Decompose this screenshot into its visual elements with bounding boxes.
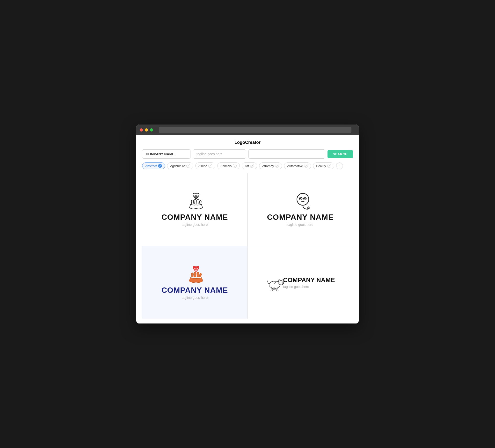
filter-check-agriculture: ✓ (186, 164, 190, 168)
filter-chip-attorney[interactable]: Attorney✓ (259, 162, 282, 169)
svg-point-3 (297, 193, 309, 205)
logo-grid: COMPANY NAME tagline goes here (142, 173, 353, 319)
tagline-input[interactable] (193, 149, 246, 159)
browser-window: LogoCreator SEARCH Abstract✓Agriculture✓… (136, 125, 359, 323)
stethoscope-icon (291, 193, 310, 209)
filter-chip-abstract[interactable]: Abstract✓ (142, 162, 165, 169)
filter-check-beauty: ✓ (327, 164, 331, 168)
filter-bar: Abstract✓Agriculture✓Airline✓Animals✓Art… (142, 162, 353, 169)
filter-label-art: Art (245, 164, 249, 168)
minimize-button[interactable] (145, 128, 148, 131)
extra-search-input[interactable] (248, 149, 325, 159)
filter-check-automotive: ✓ (304, 164, 308, 168)
app-title: LogoCreator (142, 140, 353, 145)
svg-point-6 (300, 198, 302, 199)
svg-line-23 (278, 288, 278, 291)
filter-check-animals: ✓ (233, 164, 237, 168)
svg-point-7 (304, 198, 305, 199)
search-button[interactable]: SEARCH (328, 150, 353, 158)
logo4-company: COMPANY NAME (283, 276, 335, 284)
filter-check-attorney: ✓ (275, 164, 279, 168)
logo-card-1[interactable]: COMPANY NAME tagline goes here (142, 173, 247, 246)
filter-label-attorney: Attorney (262, 164, 274, 168)
browser-titlebar (136, 125, 359, 135)
logo1-tagline: tagline goes here (182, 223, 208, 226)
logo3-tagline: tagline goes here (182, 296, 208, 300)
maximize-button[interactable] (150, 128, 153, 131)
filter-chip-airline[interactable]: Airline✓ (195, 162, 215, 169)
close-button[interactable] (140, 128, 143, 131)
svg-line-22 (276, 288, 276, 291)
svg-point-2 (195, 196, 197, 197)
logo-card-4[interactable]: COMPANY NAME tagline goes here (248, 246, 353, 319)
logo-card-3[interactable]: COMPANY NAME tagline goes here (142, 246, 247, 319)
logo-card-2[interactable]: COMPANY NAME tagline goes here (248, 173, 353, 246)
paw-heart-outline-icon (185, 193, 205, 209)
paw-heart-color-icon (185, 266, 205, 282)
filter-check-art: ✓ (250, 164, 254, 168)
logo1-company: COMPANY NAME (162, 213, 228, 222)
company-name-input[interactable] (142, 149, 191, 159)
svg-point-0 (194, 195, 195, 196)
filter-check-airline: ✓ (208, 164, 212, 168)
filter-chip-beauty[interactable]: Beauty✓ (313, 162, 334, 169)
app-content: LogoCreator SEARCH Abstract✓Agriculture✓… (136, 135, 359, 323)
filter-chip-agriculture[interactable]: Agriculture✓ (167, 162, 193, 169)
svg-point-13 (269, 281, 280, 288)
svg-point-19 (282, 283, 283, 284)
filter-chip-automotive[interactable]: Automotive✓ (284, 162, 311, 169)
filter-label-beauty: Beauty (316, 164, 326, 168)
svg-point-12 (195, 269, 197, 271)
svg-line-20 (271, 288, 271, 291)
svg-point-9 (308, 208, 309, 209)
filter-label-abstract: Abstract (145, 164, 157, 168)
filter-label-animals: Animals (220, 164, 232, 168)
logo2-tagline: tagline goes here (287, 223, 313, 226)
logo3-company: COMPANY NAME (162, 286, 228, 295)
svg-point-1 (196, 195, 198, 196)
logo4-tagline: tagline goes here (283, 285, 335, 289)
logo2-company: COMPANY NAME (267, 213, 334, 222)
filter-check-abstract: ✓ (158, 164, 162, 168)
filter-chip-animals[interactable]: Animals✓ (217, 162, 240, 169)
cow-icon (266, 276, 280, 288)
filter-chip-art[interactable]: Art✓ (242, 162, 257, 169)
url-bar[interactable] (159, 127, 351, 133)
svg-point-17 (282, 282, 283, 283)
filter-label-agriculture: Agriculture (170, 164, 185, 168)
logo4-text-block: COMPANY NAME tagline goes here (283, 276, 335, 289)
search-bar: SEARCH (142, 149, 353, 159)
filter-next-button[interactable]: → (336, 162, 343, 169)
svg-point-10 (194, 268, 195, 269)
filter-label-automotive: Automotive (287, 164, 303, 168)
filter-label-airline: Airline (198, 164, 207, 168)
svg-point-11 (196, 268, 198, 269)
logo4-inline: COMPANY NAME tagline goes here (266, 276, 335, 289)
